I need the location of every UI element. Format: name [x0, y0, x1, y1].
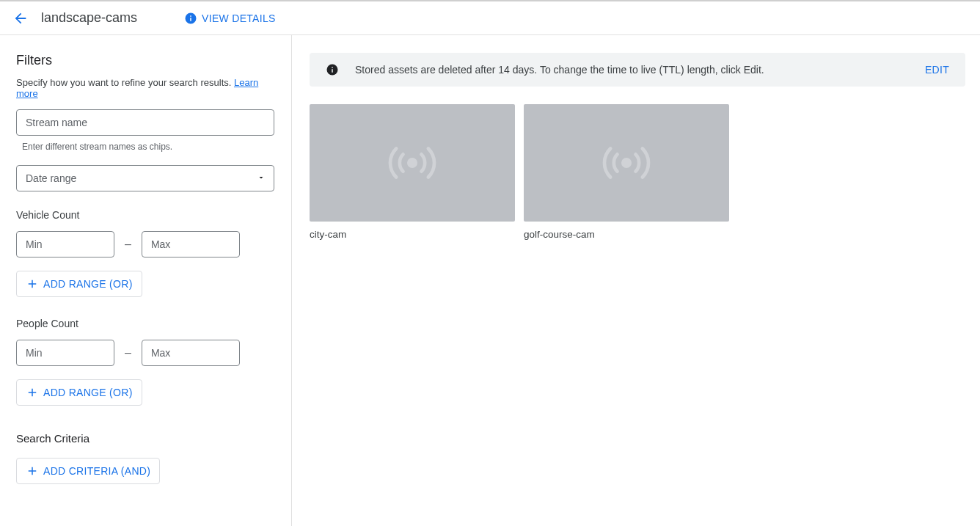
filters-title: Filters [16, 53, 275, 68]
page-header: landscape-cams VIEW DETAILS [0, 0, 980, 35]
info-icon [184, 12, 197, 25]
date-range-select[interactable]: Date range [16, 165, 274, 191]
results-panel: Stored assets are deleted after 14 days.… [292, 35, 980, 526]
broadcast-icon [598, 142, 655, 183]
banner-edit-button[interactable]: EDIT [925, 64, 949, 76]
filters-sidebar: Filters Specify how you want to refine y… [0, 35, 292, 526]
range-separator: – [125, 346, 131, 359]
people-count-label: People Count [16, 318, 275, 329]
back-button[interactable] [12, 10, 29, 27]
svg-point-1 [407, 158, 417, 168]
arrow-left-icon [12, 10, 29, 26]
stream-card[interactable]: golf-course-cam [524, 104, 729, 240]
stream-name-help: Enter different stream names as chips. [22, 142, 275, 152]
ttl-banner: Stored assets are deleted after 14 days.… [310, 53, 965, 87]
stream-card[interactable]: city-cam [310, 104, 515, 240]
vehicle-count-max-input[interactable] [142, 231, 240, 257]
add-range-label: ADD RANGE (OR) [43, 387, 133, 398]
add-criteria-label: ADD CRITERIA (AND) [43, 465, 150, 477]
plus-icon [26, 464, 39, 478]
add-range-label: ADD RANGE (OR) [43, 278, 133, 290]
vehicle-count-label: Vehicle Count [16, 209, 275, 221]
add-vehicle-range-button[interactable]: ADD RANGE (OR) [16, 271, 142, 297]
main-layout: Filters Specify how you want to refine y… [0, 35, 980, 526]
add-criteria-button[interactable]: ADD CRITERIA (AND) [16, 458, 160, 484]
svg-point-2 [621, 158, 632, 168]
broadcast-icon [384, 142, 441, 183]
view-details-label: VIEW DETAILS [202, 12, 276, 24]
info-filled-icon [326, 63, 339, 76]
people-count-range: – [16, 340, 275, 366]
plus-icon [26, 386, 39, 399]
vehicle-count-range: – [16, 231, 275, 257]
date-range-value: Date range [16, 165, 274, 191]
stream-card-grid: city-cam golf-course-cam [310, 104, 965, 240]
view-details-button[interactable]: VIEW DETAILS [184, 12, 276, 25]
filters-subtitle-text: Specify how you want to refine your sear… [16, 77, 231, 88]
range-separator: – [125, 238, 131, 251]
add-people-range-button[interactable]: ADD RANGE (OR) [16, 379, 142, 406]
stream-card-label: city-cam [310, 229, 515, 240]
people-count-min-input[interactable] [16, 340, 114, 366]
vehicle-count-min-input[interactable] [16, 231, 114, 257]
page-title: landscape-cams [41, 10, 137, 26]
stream-thumbnail [524, 104, 729, 222]
banner-text: Stored assets are deleted after 14 days.… [355, 64, 909, 76]
filters-subtitle: Specify how you want to refine your sear… [16, 77, 275, 99]
plus-icon [26, 277, 39, 291]
stream-card-label: golf-course-cam [524, 229, 729, 240]
stream-name-input[interactable] [16, 109, 274, 136]
stream-thumbnail [310, 104, 515, 222]
people-count-max-input[interactable] [142, 340, 240, 366]
search-criteria-title: Search Criteria [16, 432, 275, 445]
